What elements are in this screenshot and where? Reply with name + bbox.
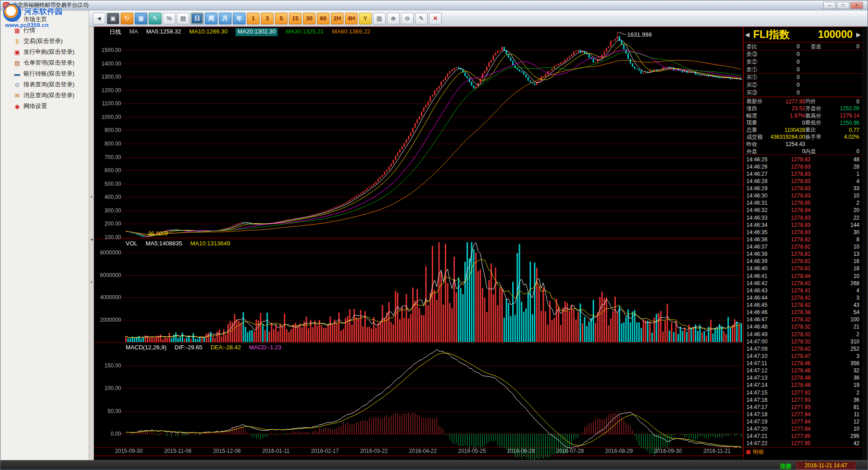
board-button[interactable]: ▦ <box>135 13 147 24</box>
period-day-button[interactable]: 日 <box>191 13 203 24</box>
collapse-left-icon[interactable]: ◀ <box>89 238 94 241</box>
ma30-value: MA30:1325.21 <box>286 28 324 36</box>
order-book: 委比0委差0卖③0卖②0卖①0买①0买②0买③0 <box>744 43 862 97</box>
tick-row: 14:47:171277.9381 <box>744 404 862 410</box>
tick-row: 14:46:261278.8328 <box>744 163 862 170</box>
site-watermark: 河东软件园 www.pc0359.cn <box>1 2 78 31</box>
date-tick-label: 2016-09-30 <box>654 448 682 454</box>
zoom-in-button[interactable]: ⊕ <box>387 13 400 24</box>
sidebar-item-bank[interactable]: ▬银行转账(双击登录) <box>0 68 89 79</box>
macd-value: MACD:-1.23 <box>249 344 282 351</box>
period-year-button[interactable]: 年 <box>233 13 245 24</box>
axis-tick-label: 1300.00 <box>94 74 121 80</box>
sidebar-item-network[interactable]: ◉网络设置 <box>0 101 89 112</box>
sidebar-item-label: 交易(双击登录) <box>24 37 63 45</box>
period-4h-button[interactable]: 4H <box>345 13 358 24</box>
home-button[interactable]: ▣ <box>107 13 119 24</box>
titlebar: 北交所福丽特邮币交易平台(2.0) – □ × <box>0 0 868 10</box>
issue-icon: ▣ <box>13 49 21 56</box>
date-tick-label: 2016-02-17 <box>311 448 339 454</box>
sidebar-item-report[interactable]: ⊙报表查询(双击登录) <box>0 79 89 90</box>
sidebar-item-message[interactable]: ✉消息查询(双击登录) <box>0 90 89 101</box>
next-symbol-button[interactable]: ▶ <box>856 31 861 38</box>
period-60min-button[interactable]: 60 <box>317 13 330 24</box>
stat-row: 最新价1277.95均价0 <box>744 98 862 105</box>
sidebar-item-trade[interactable]: $交易(双击登录) <box>0 36 89 47</box>
tick-row: 14:46:331278.8322 <box>744 214 862 221</box>
quote-stats: 最新价1277.95均价0涨跌23.52开盘价1252.09幅度1.87%最高价… <box>744 97 862 155</box>
period-week-button[interactable]: 周 <box>205 13 217 24</box>
sidebar-item-label: 发行申购(双击登录) <box>24 48 75 56</box>
period-5min-button[interactable]: 5 <box>275 13 288 24</box>
symbol-name: FLI指数 <box>753 28 790 42</box>
back-button[interactable]: ◄ <box>93 13 105 24</box>
sidebar-item-warehouse[interactable]: ▤仓单管理(双击登录) <box>0 57 89 68</box>
sidebar: ⌂市场主页▦行情$交易(双击登录)▣发行申购(双击登录)▤仓单管理(双击登录)▬… <box>0 10 89 460</box>
tick-row: 14:46:321278.8420 <box>744 207 862 214</box>
tick-row: 14:46:481278.3221 <box>744 324 862 330</box>
sidebar-item-issue[interactable]: ▣发行申购(双击登录) <box>0 47 89 57</box>
tick-row: 14:47:131278.4836 <box>744 375 862 381</box>
axis-tick-label: 4000000 <box>94 294 121 301</box>
kline-chart: 日线 MA MA5:1258.32 MA10:1269.30 MA20:1302… <box>94 27 743 460</box>
refresh-button[interactable]: ↻ <box>121 13 133 24</box>
order-row: 卖③0 <box>744 51 862 58</box>
close-button[interactable]: × <box>850 2 863 9</box>
date-tick-label: 2015-09-30 <box>115 448 142 454</box>
grid-button[interactable]: ▥ <box>373 13 386 24</box>
period-3min-button[interactable]: 3 <box>261 13 274 24</box>
tick-row: 14:47:101278.473 <box>744 352 862 359</box>
watermark-site-name: 河东软件园 <box>24 6 62 17</box>
tick-row: 14:46:291278.8333 <box>744 185 862 192</box>
tick-row: 14:46:371278.8210 <box>744 244 862 250</box>
tick-row: 14:47:121278.4832 <box>744 367 862 374</box>
close-chart-button[interactable]: ✕ <box>429 13 442 24</box>
period-1min-button[interactable]: 1 <box>247 13 259 24</box>
axis-tick-label: 1200.00 <box>94 87 121 94</box>
quote-panel: ◀ FLI指数 100000 ▶ 委比0委差0卖③0卖②0卖①0买①0买②0买③… <box>743 27 862 460</box>
collapse-down-icon[interactable]: ▼ <box>89 281 94 284</box>
tick-row: 14:46:301278.8310 <box>744 193 862 199</box>
collapse-up-icon[interactable]: ▲ <box>89 195 94 198</box>
report-button[interactable]: ▤ <box>177 13 189 24</box>
period-month-button[interactable]: 月 <box>219 13 231 24</box>
tick-row: 14:47:191277.8412 <box>744 418 862 425</box>
toolbar: ◄▣↻▦✎%▤日周月年1351530602H4HY▥⊕⊖✎✕ <box>89 10 868 27</box>
axis-tick-label: 150.00 <box>94 362 121 369</box>
axis-tick-label: 0.00 <box>94 431 121 437</box>
date-tick-label: 2016-08-29 <box>605 448 632 454</box>
maximize-button[interactable]: □ <box>837 2 849 9</box>
prev-symbol-button[interactable]: ◀ <box>745 31 750 38</box>
tick-row: 14:46:451278.4243 <box>744 302 862 309</box>
date-tick-label: 2016-01-11 <box>262 448 290 454</box>
period-2h-button[interactable]: 2H <box>331 13 344 24</box>
tick-row: 14:47:181277.8411 <box>744 411 862 418</box>
zoom-out-button[interactable]: ⊖ <box>401 13 414 24</box>
ma5-value: MA5:1258.32 <box>146 28 181 36</box>
splitter[interactable]: ▲ ◀ ▼ <box>89 27 94 460</box>
minimize-button[interactable]: – <box>823 2 836 9</box>
ma60-value: MA60:1369.22 <box>332 28 371 36</box>
tick-row: 14:46:361278.828 <box>744 236 862 243</box>
draw-button[interactable]: ✎ <box>149 13 161 24</box>
axis-tick-label: 1000.00 <box>94 114 121 120</box>
axis-tick-label: 1400.00 <box>94 61 121 67</box>
tick-row: 14:46:381278.8113 <box>744 251 862 258</box>
period-15min-button[interactable]: 15 <box>289 13 302 24</box>
tick-row: 14:46:311278.852 <box>744 200 862 207</box>
order-row: 卖②0 <box>744 58 862 66</box>
warehouse-icon: ▤ <box>13 60 21 66</box>
macd-indicator-header: MACD(12,26,9) DIF:-29.65 DEA:-28.42 MACD… <box>126 344 281 351</box>
period-custom-button[interactable]: Y <box>359 13 372 24</box>
vol-ma5-value: MA5:1408835 <box>146 240 182 247</box>
axis-tick-label: 900.00 <box>94 127 121 133</box>
axis-tick-label: 200.00 <box>94 221 121 227</box>
period-30min-button[interactable]: 30 <box>303 13 316 24</box>
axis-tick-label: 500.00 <box>94 181 121 187</box>
date-tick-label: 2016-03-22 <box>360 448 387 454</box>
tick-row: 14:46:351278.8330 <box>744 229 862 235</box>
low-price-annotation: 96.1009 <box>148 230 168 237</box>
annotate-button[interactable]: ✎ <box>415 13 428 24</box>
percent-button[interactable]: % <box>163 13 175 24</box>
detail-tab[interactable]: 明细 <box>753 448 764 456</box>
